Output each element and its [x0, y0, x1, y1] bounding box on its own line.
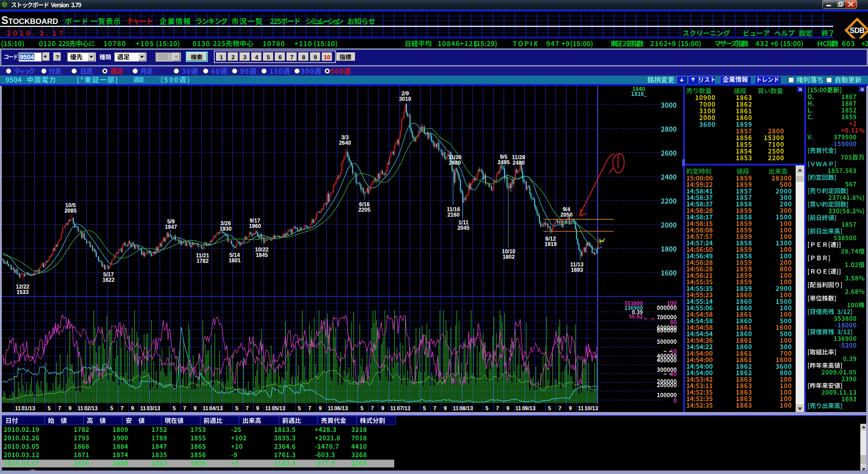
- svg-text:5: 5: [360, 405, 363, 412]
- svg-text:11: 11: [578, 405, 584, 412]
- svg-text:11: 11: [328, 405, 334, 412]
- svg-text:SDB: SDB: [850, 27, 864, 34]
- svg-text:1960: 1960: [249, 223, 261, 229]
- svg-text:10/13: 10/13: [585, 405, 598, 412]
- svg-text:9: 9: [193, 405, 197, 412]
- svg-text:2160: 2160: [448, 212, 460, 218]
- svg-text:2495: 2495: [498, 159, 510, 166]
- svg-text:1622: 1622: [103, 277, 115, 283]
- svg-text:9: 9: [68, 405, 71, 412]
- svg-text:2480: 2480: [449, 160, 461, 166]
- svg-text:5: 5: [267, 54, 270, 61]
- svg-text:07/13: 07/13: [397, 405, 410, 412]
- svg-text:9: 9: [319, 405, 322, 412]
- svg-text:5: 5: [486, 405, 489, 412]
- svg-text:2: 2: [231, 54, 235, 61]
- svg-text:9: 9: [569, 405, 572, 412]
- svg-text:9504: 9504: [20, 53, 34, 61]
- svg-text:5: 5: [548, 405, 551, 412]
- svg-text:11: 11: [390, 405, 396, 412]
- svg-text:11: 11: [453, 405, 459, 412]
- svg-text:11: 11: [265, 405, 271, 412]
- svg-text:03/13: 03/13: [146, 405, 160, 412]
- svg-text:5: 5: [235, 405, 238, 412]
- svg-text:3010: 3010: [399, 96, 411, 102]
- svg-text:1947: 1947: [165, 224, 177, 230]
- svg-text:1782: 1782: [197, 258, 209, 264]
- svg-text:7: 7: [121, 405, 124, 412]
- svg-text:09/13: 09/13: [522, 405, 535, 412]
- svg-text:06/13: 06/13: [334, 405, 348, 412]
- svg-text:8: 8: [302, 54, 305, 61]
- svg-text:05/13: 05/13: [272, 405, 285, 412]
- svg-text:02/13: 02/13: [84, 405, 98, 412]
- svg-text:7: 7: [245, 405, 249, 412]
- svg-text:11: 11: [15, 405, 21, 412]
- svg-text:11: 11: [78, 405, 84, 412]
- svg-text:7: 7: [371, 405, 374, 412]
- svg-text:2045: 2045: [458, 225, 470, 231]
- svg-text:9: 9: [444, 405, 447, 412]
- svg-text:2085: 2085: [65, 208, 77, 214]
- svg-text:7: 7: [308, 405, 311, 412]
- svg-text:2480: 2480: [513, 160, 525, 166]
- svg-text:7: 7: [496, 405, 499, 412]
- svg-text:2205: 2205: [359, 207, 371, 213]
- svg-text:08/13: 08/13: [459, 405, 473, 412]
- svg-text:11: 11: [515, 405, 521, 412]
- svg-text:2050: 2050: [561, 212, 573, 218]
- svg-text:1802: 1802: [503, 254, 515, 260]
- svg-text:5: 5: [173, 405, 176, 412]
- svg-text:7: 7: [290, 54, 293, 61]
- svg-text:1930: 1930: [220, 226, 232, 232]
- svg-text:1533: 1533: [17, 289, 29, 295]
- svg-text:04/13: 04/13: [209, 405, 223, 412]
- svg-text:5: 5: [423, 405, 426, 412]
- svg-text:01/13: 01/13: [22, 405, 35, 412]
- svg-text:6: 6: [278, 54, 282, 61]
- svg-text:1845: 1845: [256, 252, 268, 258]
- svg-text:9: 9: [256, 405, 259, 412]
- svg-text:?: ?: [56, 54, 59, 61]
- svg-text:9: 9: [506, 405, 509, 412]
- svg-text:3: 3: [243, 54, 246, 61]
- svg-text:5: 5: [47, 405, 51, 412]
- svg-text:1693: 1693: [571, 267, 583, 273]
- svg-text:9: 9: [381, 405, 384, 412]
- svg-text:5: 5: [110, 405, 113, 412]
- svg-text:7: 7: [434, 405, 437, 412]
- svg-text:7: 7: [558, 405, 561, 412]
- svg-text:9: 9: [314, 54, 317, 61]
- svg-text:11: 11: [203, 405, 208, 412]
- svg-text:2640: 2640: [339, 140, 351, 146]
- svg-text:5: 5: [298, 405, 301, 412]
- svg-text:4: 4: [255, 54, 259, 61]
- svg-text:9: 9: [131, 405, 134, 412]
- svg-text:7: 7: [58, 405, 61, 412]
- svg-text:7: 7: [183, 405, 186, 412]
- svg-text:10: 10: [324, 54, 330, 61]
- svg-text:11: 11: [140, 405, 146, 412]
- svg-text:1801: 1801: [229, 257, 241, 264]
- svg-text:1919: 1919: [545, 241, 557, 247]
- svg-text:1: 1: [220, 54, 223, 61]
